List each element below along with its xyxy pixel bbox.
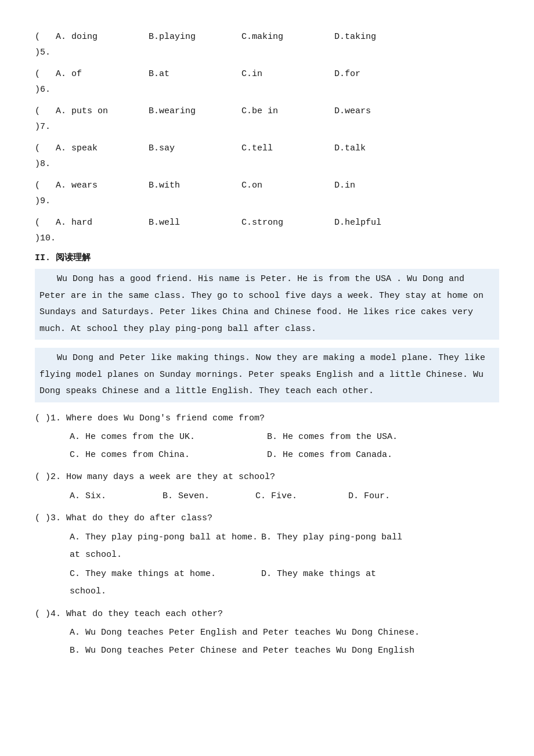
q1-c: C. He comes from China. [70, 447, 267, 464]
q2-c: C. Five. [255, 488, 348, 505]
q5-d: D.taking [334, 29, 427, 45]
q5-b: B.playing [149, 29, 241, 45]
section-ii-title: II. 阅读理解 [35, 252, 499, 263]
q8-d: D.talk [334, 141, 427, 156]
q6-b: B.at [149, 66, 241, 82]
choice-row-7: ( )7. A. puts on B.wearing C.be in D.wea… [35, 103, 499, 135]
q9-a: A. wears [56, 178, 149, 193]
q2-a: A. Six. [70, 488, 163, 505]
q2-answers: A. Six. B. Seven. C. Five. D. Four. [35, 488, 499, 505]
q2-text: ( )2. How many days a week are they at s… [35, 469, 275, 486]
q2-d: D. Four. [348, 488, 390, 505]
question-3: ( )3. What do they do after class? A. Th… [35, 510, 499, 600]
passage-block-2: Wu Dong and Peter like making things. No… [35, 348, 499, 402]
q5-c: C.making [241, 29, 334, 45]
q4-answers: A. Wu Dong teaches Peter English and Pet… [35, 625, 499, 659]
q8-c: C.tell [241, 141, 334, 156]
question-1: ( )1. Where does Wu Dong's friend come f… [35, 411, 499, 464]
passage-p2: Wu Dong and Peter like making things. No… [39, 350, 495, 400]
q9-b: B.with [149, 178, 241, 193]
q7-num: ( )7. [35, 103, 56, 135]
q4-ans-row2: B. Wu Dong teaches Peter Chinese and Pet… [70, 643, 499, 660]
choice-row-6: ( )6. A. of B.at C.in D.for [35, 66, 499, 98]
q5-num: ( )5. [35, 29, 56, 60]
choice-row-5: ( )5. A. doing B.playing C.making D.taki… [35, 29, 499, 60]
q4-text-row: ( )4. What do they teach each other? [35, 606, 499, 623]
q4-text: ( )4. What do they teach each other? [35, 606, 223, 623]
q10-a: A. hard [56, 215, 149, 231]
q6-a: A. of [56, 66, 149, 82]
q9-d: D.in [334, 178, 427, 193]
q2-b: B. Seven. [163, 488, 255, 505]
q3-ans-row2: C. They make things at home. D. They mak… [70, 566, 499, 583]
q3-ans-row1: A. They play ping-pong ball at home. B. … [70, 530, 499, 546]
q2-ans-row: A. Six. B. Seven. C. Five. D. Four. [70, 488, 499, 505]
q3-a: A. They play ping-pong ball at home. [70, 530, 261, 546]
q5-a: A. doing [56, 29, 149, 45]
choice-row-10: ( )10. A. hard B.well C.strong D.helpful [35, 215, 499, 246]
q4-ans-row1: A. Wu Dong teaches Peter English and Pet… [70, 625, 499, 642]
q7-a: A. puts on [56, 103, 149, 119]
q9-num: ( )9. [35, 178, 56, 209]
q7-c: C.be in [241, 103, 334, 119]
q8-b: B.say [149, 141, 241, 156]
q10-c: C.strong [241, 215, 334, 231]
q6-c: C.in [241, 66, 334, 82]
q10-d: D.helpful [334, 215, 427, 231]
q3-c: C. They make things at home. [70, 566, 261, 583]
q3-d-continuation: school. [70, 584, 499, 600]
q1-ans-row2: C. He comes from China. D. He comes from… [70, 447, 499, 464]
q1-text-row: ( )1. Where does Wu Dong's friend come f… [35, 411, 499, 427]
question-2: ( )2. How many days a week are they at s… [35, 469, 499, 505]
passage-p1: Wu Dong has a good friend. His name is P… [39, 271, 495, 337]
q1-d: D. He comes from Canada. [267, 447, 392, 464]
q6-num: ( )6. [35, 66, 56, 98]
q4-b: B. Wu Dong teaches Peter Chinese and Pet… [70, 643, 414, 660]
q8-num: ( )8. [35, 141, 56, 172]
q3-answers: A. They play ping-pong ball at home. B. … [35, 530, 499, 600]
q3-text: ( )3. What do they do after class? [35, 510, 212, 527]
choice-section: ( )5. A. doing B.playing C.making D.taki… [35, 29, 499, 246]
q1-ans-row: A. He comes from the UK. B. He comes fro… [70, 429, 499, 446]
q9-c: C.on [241, 178, 334, 193]
q1-b: B. He comes from the USA. [267, 429, 398, 446]
q3-text-row: ( )3. What do they do after class? [35, 510, 499, 527]
passage-block: Wu Dong has a good friend. His name is P… [35, 269, 499, 340]
q3-b-continuation: at school. [70, 547, 499, 564]
q4-a: A. Wu Dong teaches Peter English and Pet… [70, 625, 420, 642]
q3-b-part1: B. They play ping-pong ball [261, 530, 402, 546]
q8-a: A. speak [56, 141, 149, 156]
question-4: ( )4. What do they teach each other? A. … [35, 606, 499, 660]
q7-b: B.wearing [149, 103, 241, 119]
q2-text-row: ( )2. How many days a week are they at s… [35, 469, 499, 486]
q3-d-part1: D. They make things at [261, 566, 376, 583]
q6-d: D.for [334, 66, 427, 82]
q1-text: ( )1. Where does Wu Dong's friend come f… [35, 411, 265, 427]
q10-num: ( )10. [35, 215, 56, 246]
choice-row-8: ( )8. A. speak B.say C.tell D.talk [35, 141, 499, 172]
q1-answers: A. He comes from the UK. B. He comes fro… [35, 429, 499, 463]
q7-d: D.wears [334, 103, 427, 119]
q10-b: B.well [149, 215, 241, 231]
q1-a: A. He comes from the UK. [70, 429, 267, 446]
choice-row-9: ( )9. A. wears B.with C.on D.in [35, 178, 499, 209]
